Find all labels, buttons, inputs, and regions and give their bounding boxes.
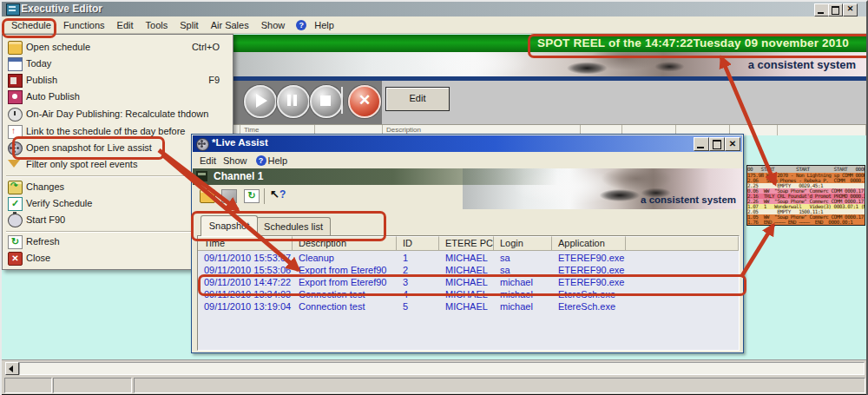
- la-brand-tagline: a consistent system: [641, 194, 736, 205]
- la-close-button[interactable]: [725, 137, 740, 151]
- channel-bar: Channel 1: [193, 168, 557, 185]
- table-row[interactable]: 09/11/2010 15:53:06 Export from Eteref90…: [198, 265, 739, 277]
- snapshot-table: Time Description ID ETERE PC Login Appli…: [197, 235, 740, 351]
- link-page-icon: [8, 125, 23, 139]
- window-title: Executive Editor: [21, 3, 102, 15]
- channel-icon: [196, 171, 207, 181]
- close-red-icon: [8, 252, 23, 266]
- channel-label: Channel 1: [214, 170, 263, 182]
- menu-show[interactable]: Show: [255, 18, 292, 32]
- col-id[interactable]: ID: [397, 236, 439, 251]
- menu-air-sales[interactable]: Air Sales: [205, 18, 255, 32]
- edit-button[interactable]: Edit: [385, 87, 450, 111]
- table-row[interactable]: 09/11/2010 13:34:03 Connection test 4 MI…: [198, 289, 739, 301]
- status-bar: [2, 375, 866, 394]
- pause-icon[interactable]: [277, 85, 310, 118]
- menu-tools[interactable]: Tools: [140, 18, 174, 32]
- la-menu-help[interactable]: Help: [268, 154, 295, 168]
- executive-editor-window: Executive Editor Schedule Functions Edit…: [0, 0, 868, 395]
- live-assist-title-bar: *Live Assist: [193, 135, 742, 152]
- menu-functions[interactable]: Functions: [57, 18, 111, 32]
- col-description[interactable]: Description: [293, 236, 397, 251]
- menu-item-publish[interactable]: Publish F9: [3, 72, 230, 89]
- mini-grid-header: 00 START START START 0000.00:1: [747, 166, 865, 173]
- transport-toolbar: Edit: [232, 81, 866, 124]
- spot-reel-banner: SPOT REEL of the 14:47:22Tuesday 09 nove…: [232, 35, 866, 52]
- status-panel: [53, 378, 132, 393]
- la-maximize-button[interactable]: [709, 137, 725, 151]
- tab-schedules-list[interactable]: Schedules list: [256, 217, 331, 236]
- menu-item-onair-day-publishing[interactable]: On-Air Day Publishing: Recalculate thdow…: [3, 106, 230, 122]
- toolbar-divider: [341, 87, 343, 114]
- scroll-left-icon[interactable]: [5, 362, 19, 375]
- title-bar: Executive Editor: [2, 2, 866, 16]
- maximize-button[interactable]: [828, 3, 843, 16]
- brand-banner: a consistent system: [232, 52, 866, 76]
- la-menu-show[interactable]: Show: [223, 154, 254, 168]
- menu-item-open-schedule[interactable]: Open schedule Ctrl+O: [3, 39, 230, 56]
- la-minimize-button[interactable]: [694, 137, 709, 151]
- changes-folder-icon: [8, 181, 23, 194]
- col-time[interactable]: Time: [198, 236, 293, 251]
- la-toolbar-divider: [264, 188, 265, 204]
- table-row-highlighted[interactable]: 09/11/2010 14:47:22 Export from Eteref90…: [198, 277, 739, 289]
- col-etere-pc[interactable]: ETERE PC: [439, 236, 494, 251]
- table-row[interactable]: 09/11/2010 15:53:07 Cleanup 1 MICHAEL sa…: [198, 253, 739, 265]
- col-filler: [626, 236, 739, 251]
- status-panel: [4, 378, 52, 393]
- la-toolbar: ↖?: [193, 185, 463, 209]
- minimize-button[interactable]: [814, 3, 829, 16]
- live-assist-reel-icon: [196, 138, 209, 151]
- mini-schedule-grid: 00 START START START 0000.00:1 175.98 WW…: [746, 165, 865, 226]
- la-image-icon[interactable]: [221, 189, 237, 203]
- auto-publish-icon: [8, 90, 23, 104]
- live-assist-title: *Live Assist: [212, 137, 268, 148]
- brand-tagline: a consistent system: [748, 58, 856, 71]
- menu-split[interactable]: Split: [174, 18, 204, 32]
- menu-edit[interactable]: Edit: [111, 18, 140, 32]
- stopwatch-icon: [8, 214, 23, 227]
- menu-item-today[interactable]: Today: [3, 56, 230, 72]
- table-row[interactable]: 09/11/2010 13:19:04 Connection test 5 MI…: [198, 301, 739, 313]
- col-application[interactable]: Application: [552, 236, 626, 251]
- menu-item-auto-publish[interactable]: Auto Publish: [3, 89, 230, 105]
- bg-col: [778, 125, 866, 135]
- col-login[interactable]: Login: [494, 236, 552, 251]
- stop-icon[interactable]: [310, 85, 343, 118]
- app-icon: [6, 3, 20, 16]
- status-panel: [134, 378, 865, 393]
- close-button[interactable]: [843, 3, 858, 16]
- mini-grid-row: 1.76 END ———— END ———— END 0000.00:1: [747, 220, 865, 225]
- refresh-icon: [8, 235, 23, 249]
- snapshot-table-header: Time Description ID ETERE PC Login Appli…: [198, 236, 739, 251]
- live-assist-menu-bar: Edit Show ? Help: [193, 152, 742, 168]
- verify-check-icon: [8, 197, 23, 211]
- context-help-cursor-icon[interactable]: ↖?: [270, 188, 286, 201]
- la-open-folder-icon[interactable]: [200, 189, 215, 203]
- menu-schedule[interactable]: Schedule: [5, 18, 57, 32]
- calendar-day-icon: [8, 57, 23, 71]
- onair-clock-icon: [8, 108, 23, 122]
- horizontal-scrollbar[interactable]: [2, 359, 866, 375]
- cancel-icon[interactable]: [348, 85, 381, 118]
- live-assist-window: *Live Assist Edit Show ? Help a consiste…: [191, 134, 744, 353]
- spot-reel-text: SPOT REEL of the 14:47:22Tuesday 09 nove…: [537, 36, 849, 49]
- open-folder-icon: [8, 41, 23, 55]
- publish-book-icon: [8, 74, 23, 88]
- menu-bar: Schedule Functions Edit Tools Split Air …: [2, 16, 866, 34]
- help-icon: ?: [296, 20, 306, 30]
- la-help-icon: ?: [256, 155, 266, 166]
- menu-help[interactable]: Help: [308, 18, 340, 32]
- play-icon[interactable]: [244, 85, 277, 118]
- film-reel-icon: [8, 142, 23, 155]
- scrollbar-track[interactable]: [19, 362, 865, 375]
- la-refresh-icon[interactable]: [244, 189, 260, 203]
- filter-funnel-icon: [8, 160, 20, 168]
- tab-snapshot[interactable]: Snapshot: [201, 215, 258, 236]
- la-menu-edit[interactable]: Edit: [200, 154, 223, 168]
